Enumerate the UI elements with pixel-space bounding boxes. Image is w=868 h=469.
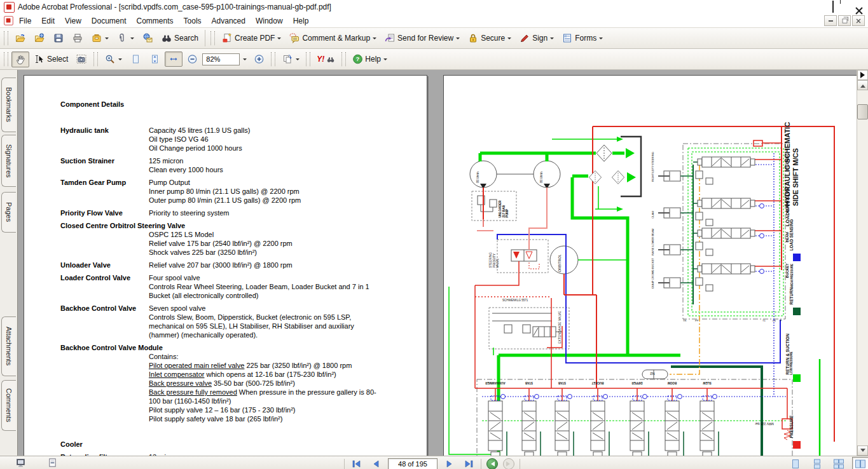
- restore-button[interactable]: [832, 1, 834, 13]
- continuous-facing-layout-button[interactable]: [830, 457, 847, 469]
- zoom-level-dropdown[interactable]: [240, 53, 249, 66]
- loader-port-label-p: P: [780, 320, 782, 323]
- page-size-button[interactable]: [48, 458, 57, 469]
- save-button[interactable]: [50, 31, 67, 46]
- menu-document[interactable]: Document: [86, 15, 132, 27]
- previous-view-button[interactable]: [486, 458, 498, 469]
- single-page-layout-button[interactable]: [787, 457, 804, 469]
- secure-button[interactable]: Secure: [464, 31, 514, 46]
- open-button[interactable]: [11, 31, 29, 46]
- doc-heading-row: Component Details: [60, 100, 422, 118]
- zoom-level-value[interactable]: 82%: [202, 53, 240, 65]
- legend-label-3: PRESSURE: [789, 416, 794, 438]
- doc-line: Relief valve 207 bar (3000 lbf/in²) @ 18…: [149, 261, 422, 269]
- print-button[interactable]: [69, 31, 86, 46]
- previous-page-button[interactable]: [369, 458, 383, 469]
- scrollbar-track[interactable]: [857, 90, 868, 445]
- dropdown-caret: [550, 37, 554, 41]
- first-page-button[interactable]: [350, 458, 364, 469]
- continuous-layout-button[interactable]: [809, 457, 825, 469]
- next-page-button[interactable]: [443, 458, 457, 469]
- toolbar-grip[interactable]: [210, 31, 215, 45]
- menu-window[interactable]: Window: [251, 15, 288, 27]
- open-web-button[interactable]: [31, 31, 48, 46]
- backhoe-section-label-1: STAB: [514, 381, 544, 384]
- sidebar-tab-signatures[interactable]: Signatures: [1, 135, 16, 187]
- scroll-down-button[interactable]: [857, 445, 868, 456]
- mdi-restore-button[interactable]: [838, 15, 851, 26]
- doc-line: Capacity 45 litres (11.9 US galls): [149, 126, 422, 135]
- print-icon: [72, 33, 83, 43]
- toolbar-grip[interactable]: [341, 52, 346, 66]
- attach-button[interactable]: [113, 31, 137, 46]
- sidebar-tab-comments[interactable]: Comments: [1, 380, 16, 431]
- toolbar-grip[interactable]: [93, 52, 98, 66]
- page-navigation-button[interactable]: [279, 51, 303, 67]
- backhoe-section-label-3: BUCKET: [582, 381, 613, 384]
- screen-mode-button[interactable]: [15, 458, 26, 469]
- zoom-level-combo[interactable]: 82%: [202, 53, 249, 66]
- doc-line: (hammer) (mechanically operated).: [149, 330, 422, 339]
- facing-layout-button[interactable]: [852, 457, 868, 469]
- scroll-up-button[interactable]: [857, 80, 868, 90]
- mdi-minimize-button[interactable]: [824, 15, 837, 26]
- zoom-in-tool-button[interactable]: [101, 51, 125, 67]
- save-icon: [53, 33, 64, 43]
- scrollbar-thumb[interactable]: [857, 104, 868, 119]
- fit-page-button[interactable]: [146, 51, 163, 67]
- menu-advanced[interactable]: Advanced: [207, 15, 251, 27]
- comment-markup-label: Comment & Markup: [302, 34, 370, 43]
- doc-term: Tamden Gear Pump: [60, 178, 126, 187]
- help-button[interactable]: ?Help: [349, 51, 390, 67]
- view-toolbar: Select 82% Y! ?Help: [0, 49, 868, 70]
- menu-file[interactable]: File: [14, 15, 36, 27]
- page-indicator-field[interactable]: 48 of 195: [388, 458, 437, 469]
- acrobat-window: Adobe Acrobat Professional - [scribd.vpd…: [0, 0, 868, 469]
- next-view-icon: [506, 461, 513, 466]
- sidebar-tab-attachments[interactable]: Attachments: [1, 316, 16, 376]
- comment-markup-button[interactable]: Comment & Markup: [286, 31, 380, 46]
- actual-size-icon: [130, 54, 141, 64]
- svg-text:?: ?: [356, 55, 360, 62]
- pane-toggle-button[interactable]: [857, 70, 868, 80]
- dropdown-caret: [456, 37, 460, 41]
- sign-button[interactable]: Sign: [516, 31, 557, 46]
- mdi-close-button[interactable]: [852, 15, 865, 26]
- zoom-in-button[interactable]: [251, 51, 268, 67]
- send-for-review-button[interactable]: Send for Review: [381, 31, 463, 46]
- yahoo-search-button[interactable]: Y!: [313, 52, 338, 66]
- last-page-button[interactable]: [462, 458, 476, 469]
- email-button[interactable]: [139, 31, 156, 46]
- toolbar-grip[interactable]: [4, 31, 8, 45]
- vertical-scrollbar[interactable]: [857, 70, 868, 456]
- sidebar-tab-bookmarks[interactable]: Bookmarks: [1, 78, 16, 132]
- search-button[interactable]: Search: [158, 31, 202, 46]
- doc-term: Backhoe Control Valve: [60, 304, 136, 313]
- menu-comments[interactable]: Comments: [132, 15, 179, 27]
- menu-tools[interactable]: Tools: [179, 15, 207, 27]
- doc-line: Inner pump 80 l/min (21.1 US galls) @ 22…: [149, 187, 422, 196]
- sidebar-tab-pages[interactable]: Pages: [1, 192, 16, 233]
- forms-button[interactable]: Forms: [558, 31, 606, 46]
- toolbar-grip[interactable]: [4, 52, 8, 66]
- select-tool-button[interactable]: Select: [31, 51, 71, 67]
- menu-view[interactable]: View: [60, 15, 86, 27]
- create-pdf-button[interactable]: Create PDF: [218, 31, 284, 46]
- last-page-icon: [464, 460, 473, 468]
- dropdown-caret: [105, 37, 109, 41]
- document-viewport[interactable]: Component Details Hydraulic tankCapacity…: [18, 70, 857, 456]
- secure-label: Secure: [481, 34, 505, 43]
- hand-tool-button[interactable]: [11, 51, 29, 67]
- toolbar-grip[interactable]: [271, 52, 275, 66]
- next-view-button[interactable]: [503, 458, 514, 469]
- actual-size-button[interactable]: [127, 51, 144, 67]
- menu-help[interactable]: Help: [288, 15, 314, 27]
- snapshot-button[interactable]: [72, 51, 90, 67]
- fit-width-button[interactable]: [165, 51, 183, 67]
- zoom-out-button[interactable]: [184, 51, 201, 67]
- doc-line: Oil type ISO VG 46: [149, 135, 422, 144]
- component-details-text: Component Details Hydraulic tankCapacity…: [60, 100, 422, 456]
- toolbar-grip[interactable]: [306, 52, 310, 66]
- menu-edit[interactable]: Edit: [36, 15, 60, 27]
- organizer-button[interactable]: [88, 31, 112, 46]
